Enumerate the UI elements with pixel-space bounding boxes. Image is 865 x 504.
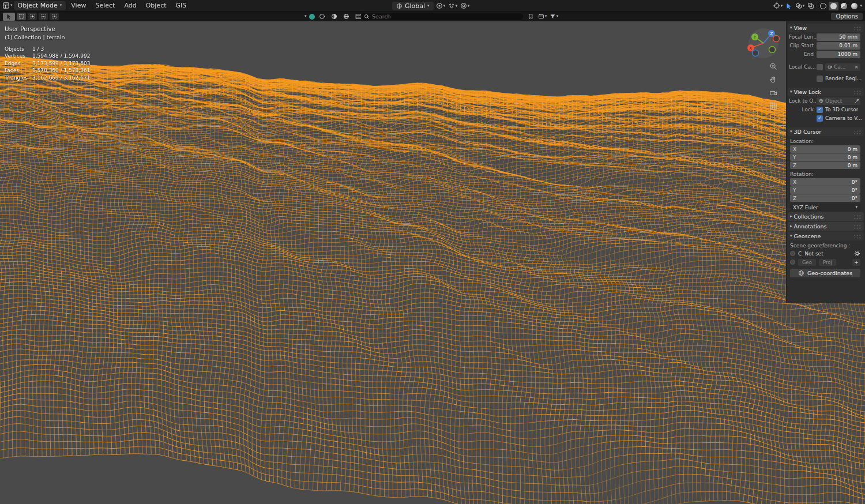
bookmark-button[interactable] [526,12,536,21]
viewport-toggle-2[interactable] [329,12,339,21]
local-camera-field[interactable]: Ca... [825,63,852,71]
clip-start-field[interactable]: 0.01 m [817,42,860,50]
cursor-rotation-x[interactable]: X0° [790,178,860,186]
xray-toggle[interactable] [806,2,815,10]
clear-icon[interactable]: × [852,63,860,71]
viewport-canvas[interactable] [0,21,865,504]
menu-object[interactable]: Object [142,0,171,11]
stat-value: 1,578,360 / 1,578,361 [32,67,90,74]
shading-wireframe-button[interactable] [818,2,828,10]
cursor-rotation-y[interactable]: Y0° [790,186,860,194]
lock-object-field[interactable]: Object [817,97,852,105]
focal-length-field[interactable]: 50 mm [817,33,860,41]
active-tool-button[interactable] [3,13,15,21]
gis-earth-icon[interactable] [309,14,315,20]
axis-value: 0 m [848,146,858,152]
panel-header-3d-cursor[interactable]: ▾ 3D Cursor [788,127,864,136]
chevron-down-icon: ▾ [10,3,13,7]
geo-coordinates-button[interactable]: Geo-coordinates [790,269,860,277]
overlays-toggle[interactable]: ▾ [795,2,804,10]
menu-select[interactable]: Select [91,0,119,11]
panel-header-geoscene[interactable]: ▾ Geoscene [788,232,864,240]
local-camera-checkbox[interactable] [817,64,823,70]
panel-header-annotations[interactable]: ▸ Annotations [788,222,864,231]
drag-grip-icon[interactable] [853,90,862,95]
drag-grip-icon[interactable] [853,224,862,229]
filter-button[interactable]: ▾ [549,12,559,21]
camera-view-button[interactable] [769,88,778,97]
drag-grip-icon[interactable] [853,26,862,31]
geo-coordinates-label: Geo-coordinates [807,270,852,276]
gizmo-z-label: Z [770,32,773,36]
panel-title: Annotations [794,223,827,230]
search-input[interactable] [372,13,520,20]
clip-end-field[interactable]: 1000 m [817,51,860,58]
cursor-rotation-z[interactable]: Z0° [790,194,860,202]
lock-camera-checkbox[interactable]: ✓ [817,115,823,122]
gizmo-axis-y-neg[interactable] [769,47,776,53]
gizmo-axis-x-neg[interactable] [773,36,780,42]
cursor-location-x[interactable]: X0 m [790,145,860,153]
gizmo-axis-z-neg[interactable] [753,50,759,57]
cursor-location-y[interactable]: Y0 m [790,153,860,161]
axis-value: 0 m [848,163,858,168]
drag-grip-icon[interactable] [853,234,862,239]
drag-grip-icon[interactable] [853,130,862,134]
menu-view[interactable]: View [67,0,90,11]
viewport-toggle-1[interactable] [317,12,327,21]
chevron-down-icon[interactable]: ▾ [304,14,307,18]
select-mode-subtract-button[interactable] [39,13,48,20]
select-mode-set-button[interactable] [17,13,26,20]
viewport-toggle-3[interactable] [341,12,351,21]
panel-header-view-lock[interactable]: ▾ View Lock [788,88,864,96]
cursor-location-z[interactable]: Z0 m [790,161,860,169]
transform-orientation-select[interactable]: Global ▾ [392,2,434,10]
snap-toggle[interactable]: ▾ [448,2,458,10]
camera-icon [769,89,777,97]
geo-button[interactable]: Geo [798,259,816,266]
drag-grip-icon[interactable] [853,215,862,219]
chevron-down-icon: ▾ [456,4,458,8]
euler-mode-select[interactable]: XYZ Euler ▾ [790,204,860,211]
crs-prefix: C [798,251,802,257]
chevron-down-icon: ▾ [60,3,62,7]
select-mode-extend-button[interactable] [28,13,37,20]
search-box [360,13,523,20]
lock-object-value: Object [825,98,842,104]
render-region-checkbox[interactable] [817,76,823,82]
crs-settings-button[interactable] [854,250,860,257]
proj-button[interactable]: Proj [819,259,836,266]
search-icon [364,14,370,20]
menu-gis[interactable]: GIS [172,0,191,11]
geo-radio-icon[interactable] [790,259,795,265]
add-crs-button[interactable]: + [852,259,860,266]
presets-button[interactable]: ▾ [537,12,547,21]
options-button[interactable]: Options [831,13,863,20]
navigation-gizmo[interactable]: Z Y X [746,26,781,61]
select-extend-icon [30,14,35,19]
sidebar-n-panel: ▾ View Focal Len... 50 mm Clip Start 0.0… [786,21,865,303]
menu-add[interactable]: Add [120,0,140,11]
pan-button[interactable] [769,75,778,84]
gear-icon [854,250,860,257]
eyedropper-button[interactable] [852,97,860,105]
local-camera-value: Ca... [834,64,845,70]
chevron-down-icon: ▾ [855,205,858,209]
zoom-button[interactable] [769,62,778,71]
shading-solid-button[interactable] [829,2,838,10]
editor-type-button[interactable]: ▾ [2,1,13,10]
lock-3d-cursor-checkbox[interactable]: ✓ [817,107,823,113]
ortho-toggle-button[interactable] [769,101,778,111]
active-tool-indicator[interactable] [784,2,793,10]
mode-select[interactable]: Object Mode ▾ [14,1,66,10]
panel-header-view[interactable]: ▾ View [788,24,864,32]
pivot-point-select[interactable]: ▾ [436,2,446,10]
crs-radio-icon[interactable] [790,251,795,256]
select-mode-invert-button[interactable] [50,13,59,20]
show-gizmo-toggle[interactable]: ▾ [773,2,783,10]
panel-header-collections[interactable]: ▸ Collections [788,212,864,221]
axis-label: Y [793,187,796,193]
proportional-editing-toggle[interactable]: ▾ [460,2,470,10]
shading-material-button[interactable] [839,2,849,10]
shading-rendered-button[interactable] [849,2,859,10]
